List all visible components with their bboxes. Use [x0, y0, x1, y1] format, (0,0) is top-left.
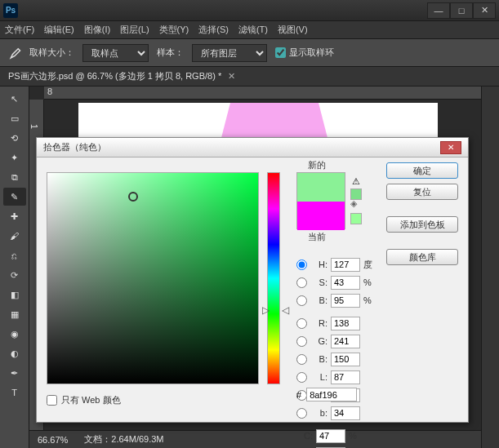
blur-tool[interactable]: ◉: [3, 325, 26, 343]
input-h[interactable]: [331, 258, 360, 272]
marquee-tool[interactable]: ▭: [3, 109, 26, 127]
radio-l[interactable]: [296, 372, 307, 383]
sample-label: 样本：: [157, 47, 184, 59]
move-tool[interactable]: ↖: [3, 90, 26, 108]
options-bar: 取样大小： 取样点 样本： 所有图层 显示取样环: [0, 39, 499, 67]
label-bl: B:: [311, 354, 327, 364]
radio-lb[interactable]: [296, 408, 307, 419]
sample-size-label: 取样大小：: [29, 47, 74, 59]
brush-tool[interactable]: 🖌: [3, 227, 26, 245]
label-l: L:: [311, 372, 327, 382]
close-tab-icon[interactable]: ✕: [228, 71, 235, 82]
panel-dock[interactable]: [481, 86, 499, 448]
menu-type[interactable]: 类型(Y): [159, 24, 189, 36]
sample-size-select[interactable]: 取样点: [82, 44, 149, 62]
ok-button[interactable]: 确定: [386, 162, 458, 179]
label-c: C:: [296, 431, 313, 441]
eraser-tool[interactable]: ◧: [3, 286, 26, 304]
menu-edit[interactable]: 编辑(E): [44, 24, 74, 36]
input-bl[interactable]: [331, 353, 360, 366]
saturation-value-field[interactable]: [47, 172, 259, 384]
menu-view[interactable]: 视图(V): [278, 24, 308, 36]
radio-b[interactable]: [296, 295, 307, 306]
eyedropper-icon: [7, 46, 21, 60]
zoom-level[interactable]: 66.67%: [38, 435, 68, 445]
dodge-tool[interactable]: ◐: [3, 344, 26, 362]
window-titlebar: Ps — □ ✕: [0, 0, 499, 21]
label-r: R:: [311, 318, 327, 328]
label-h: H:: [311, 259, 327, 269]
document-tab-label: PS画六边形.psd @ 66.7% (多边形 1 拷贝 8, RGB/8) *: [8, 70, 221, 82]
dialog-titlebar[interactable]: 拾色器（纯色） ✕: [37, 138, 468, 157]
new-color-label: 新的: [308, 159, 326, 171]
history-brush-tool[interactable]: ⟳: [3, 266, 26, 284]
color-preview: [296, 172, 345, 229]
websafe-swatch[interactable]: [350, 213, 362, 224]
current-color-swatch[interactable]: [297, 202, 345, 230]
pen-tool[interactable]: ✒: [3, 364, 26, 382]
add-swatch-button[interactable]: 添加到色板: [386, 216, 458, 233]
crop-tool[interactable]: ⧉: [3, 168, 26, 186]
wand-tool[interactable]: ✦: [3, 149, 26, 166]
type-tool[interactable]: T: [3, 384, 26, 401]
input-b[interactable]: [331, 294, 360, 308]
input-lb[interactable]: [331, 406, 360, 420]
menu-file[interactable]: 文件(F): [5, 24, 34, 36]
current-color-label: 当前: [308, 231, 326, 243]
dialog-close-button[interactable]: ✕: [440, 141, 461, 154]
input-c[interactable]: [316, 429, 345, 443]
ruler-horizontal[interactable]: 8: [44, 86, 481, 100]
gradient-tool[interactable]: ▦: [3, 305, 26, 323]
menu-layer[interactable]: 图层(L): [120, 24, 149, 36]
hue-indicator-left: ▷: [262, 304, 270, 316]
document-tab[interactable]: PS画六边形.psd @ 66.7% (多边形 1 拷贝 8, RGB/8) *…: [0, 67, 499, 86]
radio-h[interactable]: [296, 259, 307, 270]
menu-image[interactable]: 图像(I): [84, 24, 110, 36]
hue-slider[interactable]: [267, 172, 280, 384]
input-g[interactable]: [331, 335, 360, 348]
input-s[interactable]: [331, 276, 360, 290]
menu-filter[interactable]: 滤镜(T): [238, 24, 268, 36]
label-s: S:: [311, 277, 327, 287]
close-window-button[interactable]: ✕: [473, 2, 496, 19]
stamp-tool[interactable]: ⎌: [3, 246, 26, 264]
label-g: G:: [311, 336, 327, 346]
radio-bl[interactable]: [296, 354, 307, 365]
lasso-tool[interactable]: ⟲: [3, 129, 26, 147]
color-picker-dialog: 拾色器（纯色） ✕ ▷ ◁ 新的 当前 ⚠ ◈ 确定 复位 添加到色板 颜色库 …: [36, 137, 469, 423]
radio-r[interactable]: [296, 318, 307, 329]
new-color-swatch: [297, 173, 345, 202]
minimize-button[interactable]: —: [427, 2, 450, 19]
websafe-cube-icon[interactable]: ◈: [350, 198, 357, 209]
menu-bar: 文件(F) 编辑(E) 图像(I) 图层(L) 类型(Y) 选择(S) 滤镜(T…: [0, 21, 499, 39]
tool-column: ↖ ▭ ⟲ ✦ ⧉ ✎ ✚ 🖌 ⎌ ⟳ ◧ ▦ ◉ ◐ ✒ T: [0, 86, 29, 448]
maximize-button[interactable]: □: [450, 2, 473, 19]
heal-tool[interactable]: ✚: [3, 207, 26, 225]
show-ring-checkbox[interactable]: 显示取样环: [275, 47, 334, 59]
radio-s[interactable]: [296, 277, 307, 288]
dialog-title: 拾色器（纯色）: [43, 141, 106, 153]
doc-size: 文档：2.64M/69.3M: [84, 433, 163, 446]
input-r[interactable]: [331, 317, 360, 330]
input-hex[interactable]: [306, 388, 357, 401]
label-lb: b:: [311, 408, 327, 418]
menu-select[interactable]: 选择(S): [198, 24, 229, 36]
app-logo: Ps: [3, 3, 18, 18]
input-l[interactable]: [331, 370, 360, 384]
hue-indicator-right: ◁: [282, 304, 289, 316]
radio-g[interactable]: [296, 336, 307, 347]
gamut-warning-icon[interactable]: ⚠: [350, 175, 362, 187]
hex-label: #: [296, 390, 301, 400]
sample-select[interactable]: 所有图层: [192, 44, 267, 62]
reset-button[interactable]: 复位: [386, 184, 458, 200]
web-only-checkbox[interactable]: 只有 Web 颜色: [47, 394, 121, 406]
label-b: B:: [311, 295, 327, 305]
eyedropper-tool[interactable]: ✎: [3, 188, 26, 206]
